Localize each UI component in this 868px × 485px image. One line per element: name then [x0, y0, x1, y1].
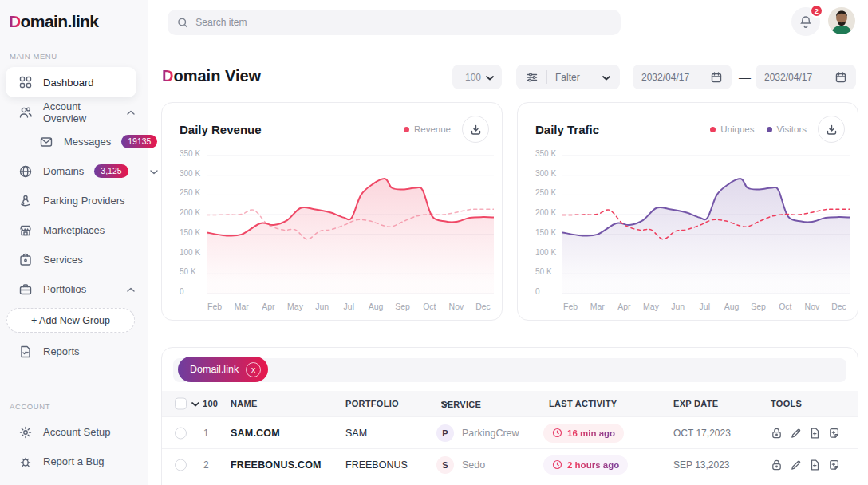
note-add-icon [828, 459, 840, 471]
y-tick-label: 250 K [535, 188, 556, 197]
sidebar-item-account-overview[interactable]: Account Overview [0, 97, 148, 127]
download-icon [826, 124, 838, 136]
search-bar [168, 10, 621, 35]
bug-icon [18, 455, 33, 469]
domain-name: SAM.COM [231, 428, 280, 439]
y-tick-label: 50 K [535, 267, 552, 276]
gear-icon [18, 425, 33, 440]
domain-filter-tag[interactable]: Domail.link x [178, 357, 268, 382]
user-avatar[interactable] [828, 7, 855, 34]
y-tick-label: 0 [180, 287, 184, 296]
page-size-select[interactable]: 100 [452, 65, 502, 89]
portfolio-name: SAM [345, 428, 367, 439]
sidebar-item-portfolios[interactable]: Portfolios [0, 274, 148, 304]
calendar-icon [834, 71, 847, 84]
search-input[interactable] [195, 17, 611, 28]
x-tick-label: Oct [423, 302, 436, 311]
table-row: 1 SAM.COM SAM P ParkingCrew 16 min ago O… [162, 416, 858, 448]
sidebar-item-domains[interactable]: Domains 3,125 [0, 156, 148, 186]
daily-revenue-card: Daily Revenue Revenue 350 K300 K250 K200… [161, 102, 503, 321]
report-icon [18, 345, 33, 359]
table-row: 2 FREEBONUS.COM FREEBONUS S Sedo 2 hours… [162, 448, 858, 480]
messages-count-badge: 19135 [121, 135, 157, 148]
exp-date: OCT 17,2023 [673, 428, 731, 439]
x-tick-label: Nov [449, 302, 464, 311]
row-checkbox[interactable] [175, 459, 187, 471]
service-name: Sedo [462, 459, 485, 471]
column-service[interactable]: SERVICE [441, 401, 449, 407]
column-portfolio: PORTFOLIO [345, 399, 399, 408]
y-tick-label: 350 K [180, 149, 200, 158]
x-tick-label: Apr [262, 302, 274, 311]
lock-button[interactable] [771, 459, 783, 471]
chevron-down-icon [150, 165, 158, 177]
x-tick-label: Aug [724, 302, 740, 311]
lock-button[interactable] [771, 427, 783, 440]
sidebar-item-account-setup[interactable]: Account Setup [0, 417, 148, 447]
chevron-up-icon [127, 283, 135, 295]
x-tick-label: Mar [590, 302, 605, 311]
x-tick-label: Dec [475, 302, 491, 311]
x-tick-label: Feb [563, 302, 578, 311]
date-range-separator: — [739, 70, 751, 84]
chevron-down-icon [602, 72, 610, 83]
main-menu-section-label: MAIN MENU [10, 52, 148, 61]
file-add-button[interactable] [809, 459, 821, 471]
users-icon [18, 105, 33, 120]
download-button[interactable] [818, 116, 845, 143]
edit-button[interactable] [790, 427, 802, 440]
notifications-button[interactable]: 2 [791, 7, 820, 36]
y-tick-label: 200 K [180, 208, 200, 217]
sidebar-item-reports[interactable]: Reports [0, 337, 148, 366]
sidebar-item-messages[interactable]: Messages 19135 [0, 127, 148, 156]
legend-item: Revenue [404, 124, 451, 134]
date-from-input[interactable]: 2032/04/17 [633, 65, 732, 89]
column-exp-date: EXP DATE [673, 399, 718, 408]
date-to-input[interactable]: 2032/04/17 [756, 65, 856, 89]
chart-legend: Revenue [404, 124, 451, 134]
y-tick-label: 200 K [535, 208, 556, 217]
sidebar-item-dashboard[interactable]: Dashboard [6, 67, 136, 97]
sidebar-item-marketplaces[interactable]: Marketplaces [0, 215, 148, 245]
chevron-down-icon[interactable] [191, 399, 199, 408]
column-count: 100 [203, 399, 218, 408]
sidebar-item-report-a-bug[interactable]: Report a Bug [0, 447, 148, 476]
column-name: NAME [231, 399, 258, 408]
x-tick-label: Dec [831, 302, 846, 311]
file-add-button[interactable] [809, 427, 821, 440]
select-all-checkbox[interactable] [175, 398, 187, 410]
x-tick-label: Feb [207, 302, 222, 311]
x-tick-label: Nov [805, 302, 820, 311]
x-tick-label: Mar [235, 302, 249, 311]
filter-select[interactable]: Falter [516, 65, 620, 89]
add-new-group-button[interactable]: + Add New Group [6, 308, 135, 333]
note-add-button[interactable] [828, 427, 840, 440]
mail-icon [39, 135, 53, 149]
x-tick-label: Aug [369, 302, 384, 311]
sliders-icon [526, 71, 539, 84]
y-tick-label: 250 K [180, 188, 200, 197]
edit-button[interactable] [790, 459, 802, 471]
legend-item: Visitors [767, 124, 807, 134]
row-tools [771, 459, 840, 471]
y-tick-label: 50 K [180, 267, 196, 276]
lock-icon [771, 427, 783, 440]
globe-icon [18, 164, 33, 179]
y-tick-label: 350 K [535, 149, 556, 158]
file-add-icon [809, 459, 821, 471]
y-tick-label: 300 K [180, 169, 200, 178]
x-tick-label: May [643, 302, 659, 311]
note-add-button[interactable] [828, 459, 840, 471]
domains-table-card: Domail.link x 100 NAME PORTFOLIO SERVICE… [161, 347, 858, 485]
bell-icon [799, 14, 813, 29]
download-button[interactable] [462, 116, 489, 143]
remove-tag-button[interactable]: x [246, 362, 261, 377]
account-section-label: ACCOUNT [10, 402, 148, 411]
app-logo: Domain.link [0, 0, 148, 31]
avatar-image [828, 7, 855, 34]
sidebar-item-parking-providers[interactable]: Parking Providers [0, 186, 148, 215]
page-title: Domain View [162, 67, 261, 85]
row-checkbox[interactable] [175, 427, 187, 439]
sidebar-item-services[interactable]: Services [0, 245, 148, 274]
domain-name: FREEBONUS.COM [231, 459, 322, 471]
